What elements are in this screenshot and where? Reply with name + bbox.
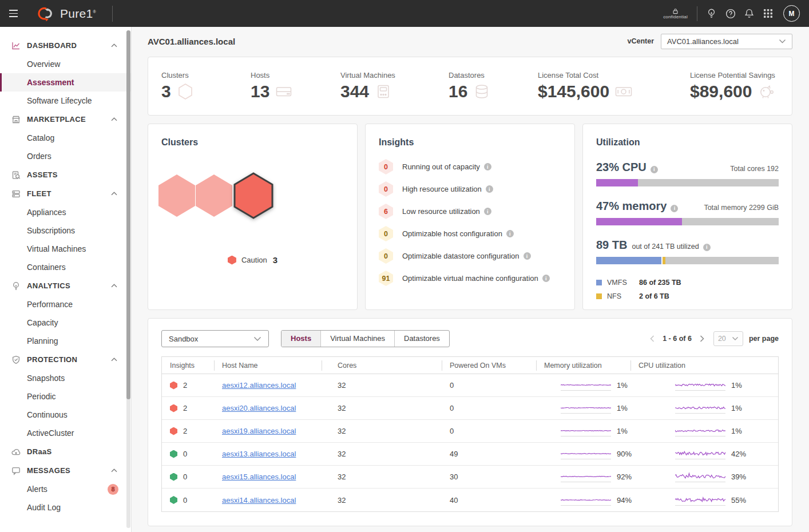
- host-link[interactable]: aesxi15.alliances.local: [222, 473, 296, 481]
- piggy-bank-icon: [758, 83, 775, 100]
- stat-value: 344: [340, 82, 369, 101]
- sidebar-section-messages[interactable]: MESSAGES: [0, 461, 131, 480]
- sidebar-section-assets[interactable]: ASSETS: [0, 165, 131, 184]
- page-title: AVC01.alliances.local: [148, 37, 235, 46]
- sidebar: DASHBOARDOverviewAssessmentSoftware Life…: [0, 27, 132, 532]
- tab-datastores[interactable]: Datastores: [394, 331, 449, 347]
- column-header-powered-on-vms[interactable]: Powered On VMs: [442, 357, 536, 374]
- row-insights-count: 2: [183, 427, 187, 435]
- sidebar-item-subscriptions[interactable]: Subscriptions: [0, 221, 131, 240]
- alerts-count-badge: 8: [108, 484, 118, 495]
- sidebar-section-analytics[interactable]: ANALYTICS: [0, 276, 131, 295]
- cluster-hexagon-2[interactable]: [195, 174, 233, 217]
- insight-optimizable-virtual-machine-configuration[interactable]: 91Optimizable virtual machine configurat…: [379, 267, 561, 289]
- cluster-filter-select[interactable]: Sandbox: [161, 330, 269, 347]
- stat-value: $89,600: [690, 82, 752, 101]
- previous-page-button[interactable]: [645, 335, 659, 342]
- sidebar-item-label: Catalog: [27, 133, 54, 142]
- sidebar-item-virtual-machines[interactable]: Virtual Machines: [0, 240, 131, 258]
- sidebar-section-marketplace[interactable]: MARKETPLACE: [0, 110, 131, 129]
- info-icon[interactable]: i: [486, 185, 493, 193]
- sidebar-item-continuous[interactable]: Continuous: [0, 406, 131, 424]
- storage-legend: VMFS 86 of 235 TB NFS 2 of 6 TB: [596, 276, 779, 303]
- user-avatar[interactable]: M: [783, 5, 800, 22]
- info-icon[interactable]: i: [671, 205, 678, 212]
- insight-count-badge: 0: [379, 248, 393, 264]
- sidebar-section-protection[interactable]: PROTECTION: [0, 350, 131, 369]
- insight-label: Optimizable virtual machine configuratio…: [402, 274, 538, 283]
- sidebar-item-planning[interactable]: Planning: [0, 332, 131, 350]
- memory-utilization-bar: [596, 218, 779, 225]
- column-header-insights[interactable]: Insights: [162, 357, 214, 374]
- host-link[interactable]: aesxi12.alliances.local: [222, 381, 296, 390]
- sidebar-item-overview[interactable]: Overview: [0, 55, 131, 73]
- insight-running-out-of-capacity[interactable]: 0Running out of capacityi: [379, 156, 561, 178]
- sidebar-item-assessment[interactable]: Assessment: [0, 73, 131, 92]
- sidebar-section-draas[interactable]: DRaaS: [0, 442, 131, 461]
- sidebar-scrollbar-track[interactable]: [126, 30, 130, 528]
- menu-button[interactable]: [0, 0, 26, 27]
- lock-icon: [672, 8, 679, 14]
- info-icon[interactable]: i: [651, 166, 658, 173]
- column-header-memory-utilization[interactable]: Memory utilization: [536, 357, 630, 374]
- sidebar-item-performance[interactable]: Performance: [0, 295, 131, 313]
- notifications-icon[interactable]: [740, 0, 759, 27]
- sidebar-item-appliances[interactable]: Appliances: [0, 203, 131, 221]
- next-page-button[interactable]: [695, 335, 709, 342]
- cluster-hexagon-1[interactable]: [157, 174, 196, 217]
- chevron-down-icon: [253, 336, 261, 342]
- tab-hosts[interactable]: Hosts: [281, 331, 320, 347]
- host-link[interactable]: aesxi19.alliances.local: [222, 427, 296, 435]
- sidebar-item-software-lifecycle[interactable]: Software Lifecycle: [0, 92, 131, 110]
- sidebar-item-periodic[interactable]: Periodic: [0, 387, 131, 406]
- info-icon[interactable]: i: [524, 252, 531, 260]
- idea-icon[interactable]: [702, 0, 721, 27]
- sidebar-item-snapshots[interactable]: Snapshots: [0, 369, 131, 387]
- info-icon[interactable]: i: [703, 244, 711, 251]
- stat-hosts: Hosts13: [251, 71, 340, 101]
- cluster-hexagon-3[interactable]: [232, 172, 275, 220]
- page-size-select[interactable]: 20: [713, 331, 743, 346]
- tab-virtual-machines[interactable]: Virtual Machines: [320, 331, 394, 347]
- info-icon[interactable]: i: [542, 275, 550, 282]
- info-icon[interactable]: i: [484, 163, 491, 170]
- hosts-table: InsightsHost NameCoresPowered On VMsMemo…: [161, 356, 779, 512]
- hexagon-icon: [177, 83, 194, 100]
- sidebar-item-capacity[interactable]: Capacity: [0, 313, 131, 332]
- row-cores: 32: [322, 404, 442, 412]
- insight-optimizable-host-configuration[interactable]: 0Optimizable host configurationi: [379, 223, 561, 245]
- info-icon[interactable]: i: [484, 208, 491, 215]
- apps-icon[interactable]: [759, 0, 778, 27]
- sidebar-section-label: PROTECTION: [27, 355, 77, 364]
- column-header-cpu-utilization[interactable]: CPU utilization: [630, 357, 778, 374]
- sidebar-item-label: Snapshots: [27, 374, 65, 383]
- host-link[interactable]: aesxi13.alliances.local: [222, 450, 296, 458]
- chevron-down-icon: [779, 39, 786, 43]
- insight-optimizable-datastore-configuration[interactable]: 0Optimizable datastore configurationi: [379, 245, 561, 267]
- stat-label: License Potential Savings: [690, 71, 775, 80]
- storage-utilization-suffix: out of 241 TB utilized: [632, 243, 699, 251]
- sidebar-item-alerts[interactable]: Alerts8: [0, 480, 131, 498]
- vcenter-select[interactable]: AVC01.alliances.local: [661, 34, 792, 49]
- sidebar-item-activecluster[interactable]: ActiveCluster: [0, 424, 131, 442]
- insight-high-resource-utilization[interactable]: 0High resource utilizationi: [379, 178, 561, 200]
- sidebar-section-fleet[interactable]: FLEET: [0, 184, 131, 203]
- row-cores: 32: [322, 496, 442, 505]
- info-icon[interactable]: i: [506, 230, 514, 237]
- sidebar-section-dashboard[interactable]: DASHBOARD: [0, 36, 131, 55]
- pure1-logo[interactable]: Pure1®: [33, 5, 96, 22]
- host-link[interactable]: aesxi20.alliances.local: [222, 404, 296, 412]
- insight-low-resource-utilization[interactable]: 6Low resource utilizationi: [379, 200, 561, 223]
- sidebar-item-label: Periodic: [27, 392, 56, 401]
- column-header-cores[interactable]: Cores: [322, 357, 442, 374]
- sidebar-item-catalog[interactable]: Catalog: [0, 129, 131, 147]
- sidebar-scrollbar-thumb[interactable]: [126, 30, 130, 399]
- sidebar-item-audit-log[interactable]: Audit Log: [0, 498, 131, 517]
- caution-legend: Caution 3: [161, 255, 344, 265]
- host-link[interactable]: aesxi14.alliances.local: [222, 496, 296, 505]
- sidebar-item-orders[interactable]: Orders: [0, 147, 131, 165]
- help-icon[interactable]: [721, 0, 740, 27]
- banknote-icon: [615, 83, 632, 100]
- sidebar-item-containers[interactable]: Containers: [0, 258, 131, 276]
- column-header-host-name[interactable]: Host Name: [214, 357, 322, 374]
